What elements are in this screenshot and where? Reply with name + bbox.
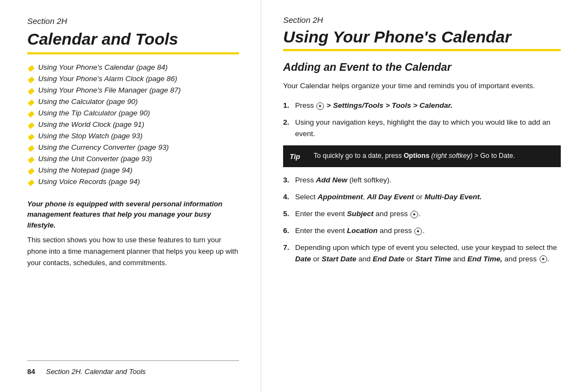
intro-normal: This section shows you how to use these … [27, 235, 239, 268]
tip-label: Tip [290, 151, 307, 162]
step-number: 1. [283, 100, 295, 112]
toc-bullet: ◆ [27, 143, 34, 153]
toc-bullet: ◆ [27, 97, 34, 107]
toc-list-item: ◆Using Your Phone's File Manager (page 8… [27, 86, 239, 96]
toc-item-text: Using the Tip Calculator (page 90) [38, 109, 150, 117]
footer-page-number: 84 [27, 367, 35, 376]
toc-bullet: ◆ [27, 85, 34, 96]
step-item: 1.Press ✦ > Settings/Tools > Tools > Cal… [283, 100, 561, 112]
step-content: Press Add New (left softkey). [295, 175, 561, 186]
toc-list-item: ◆Using Voice Records (page 94) [27, 177, 239, 187]
toc-item-text: Using the Currency Converter (page 93) [38, 143, 169, 151]
step-number: 6. [283, 225, 295, 237]
intro-bold: Your phone is equipped with several pers… [27, 199, 239, 231]
tip-box: TipTo quickly go to a date, press Option… [283, 145, 561, 168]
footer-section-label: Section 2H. Calendar and Tools [46, 367, 145, 376]
toc-list-item: ◆Using the Unit Converter (page 93) [27, 155, 239, 164]
toc-list-item: ◆Using the Tip Calculator (page 90) [27, 109, 239, 119]
toc-item-text: Using the Calculator (page 90) [38, 97, 138, 106]
step-number: 4. [283, 192, 295, 203]
toc-list-item: ◆Using Your Phone's Alarm Clock (page 86… [27, 75, 239, 84]
toc-list-item: ◆Using Your Phone's Calendar (page 84) [27, 63, 239, 73]
step-number: 3. [283, 175, 295, 186]
toc-bullet: ◆ [27, 131, 34, 142]
step-number: 2. [283, 117, 295, 140]
toc-list: ◆Using Your Phone's Calendar (page 84)◆U… [27, 63, 239, 189]
yellow-rule-right [283, 49, 561, 51]
toc-item-text: Using Your Phone's Alarm Clock (page 86) [38, 75, 177, 83]
tip-text: To quickly go to a date, press Options (… [314, 151, 515, 162]
step-number: 7. [283, 242, 295, 265]
toc-item-text: Using the Notepad (page 94) [38, 166, 132, 174]
footer: 84 Section 2H. Calendar and Tools [27, 360, 239, 376]
toc-list-item: ◆Using the Calculator (page 90) [27, 97, 239, 107]
step-number: 5. [283, 209, 295, 220]
toc-item-text: Using Voice Records (page 94) [38, 177, 140, 186]
step-item: 6.Enter the event Location and press ✦. [283, 225, 561, 237]
left-column: Section 2H Calendar and Tools ◆Using You… [0, 0, 261, 392]
toc-item-text: Using Your Phone's File Manager (page 87… [38, 86, 181, 94]
toc-item-text: Using the Stop Watch (page 93) [38, 132, 143, 140]
yellow-rule-left [27, 52, 239, 54]
toc-item-text: Using the World Clock (page 91) [38, 120, 144, 128]
chapter-title: Calendar and Tools [27, 30, 239, 49]
toc-bullet: ◆ [27, 108, 34, 119]
section-label-right: Section 2H [283, 15, 561, 24]
step-content: Enter the event Subject and press ✦. [295, 209, 561, 220]
step-content: Press ✦ > Settings/Tools > Tools > Calen… [295, 100, 561, 112]
toc-list-item: ◆Using the Stop Watch (page 93) [27, 132, 239, 142]
section-label-left: Section 2H [27, 16, 239, 26]
step-content: Depending upon which type of event you s… [295, 242, 561, 265]
right-column: Section 2H Using Your Phone's Calendar A… [261, 0, 588, 392]
step-item: 2.Using your navigation keys, highlight … [283, 117, 561, 140]
toc-bullet: ◆ [27, 74, 34, 84]
toc-bullet: ◆ [27, 177, 34, 187]
step-item: 5.Enter the event Subject and press ✦. [283, 209, 561, 220]
sub-title: Adding an Event to the Calendar [283, 61, 561, 74]
toc-list-item: ◆Using the Notepad (page 94) [27, 166, 239, 176]
toc-item-text: Using Your Phone's Calendar (page 84) [38, 63, 168, 71]
step-item: 7.Depending upon which type of event you… [283, 242, 561, 265]
toc-list-item: ◆Using the World Clock (page 91) [27, 120, 239, 130]
toc-bullet: ◆ [27, 120, 34, 130]
step-item: 4.Select Appointment, All Day Event or M… [283, 192, 561, 203]
step-content: Select Appointment, All Day Event or Mul… [295, 192, 561, 203]
step-content: Enter the event Location and press ✦. [295, 225, 561, 237]
toc-list-item: ◆Using the Currency Converter (page 93) [27, 143, 239, 153]
intro-text: Your Calendar helps organize your time a… [283, 80, 561, 92]
page-title: Using Your Phone's Calendar [283, 28, 561, 47]
toc-item-text: Using the Unit Converter (page 93) [38, 155, 152, 163]
toc-bullet: ◆ [27, 63, 34, 73]
step-item: 3.Press Add New (left softkey). [283, 175, 561, 186]
toc-bullet: ◆ [27, 154, 34, 164]
toc-bullet: ◆ [27, 166, 34, 176]
step-content: Using your navigation keys, highlight th… [295, 117, 561, 140]
steps-list: 1.Press ✦ > Settings/Tools > Tools > Cal… [283, 100, 561, 271]
